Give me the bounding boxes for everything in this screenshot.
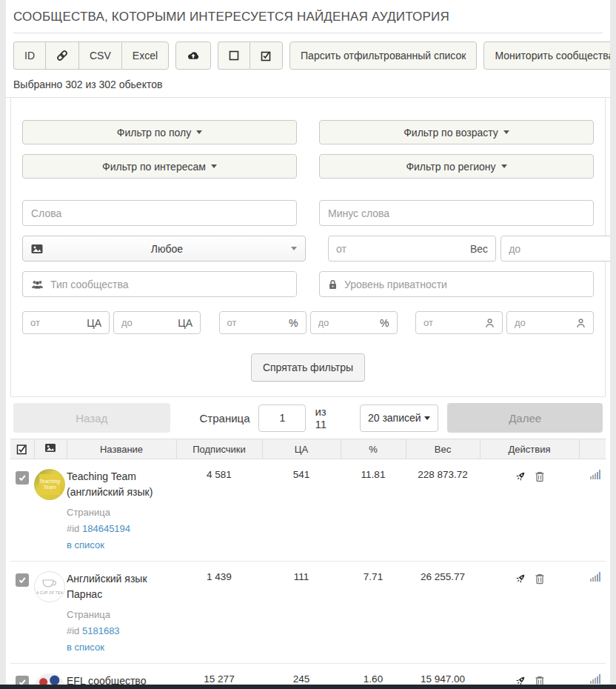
stats-bars-button[interactable] [590, 571, 603, 582]
promote-rocket-button[interactable] [515, 573, 526, 585]
main-panel: СООБЩЕСТВА, КОТОРЫМИ ИНТЕРЕСУЕТСЯ НАЙДЕН… [6, 0, 610, 689]
delete-trash-button[interactable] [535, 470, 545, 482]
percent-to-input[interactable] [318, 317, 381, 328]
chevron-down-icon [196, 130, 202, 134]
id-label: #id [67, 625, 79, 636]
image-icon [31, 244, 43, 254]
link-icon [56, 50, 68, 61]
header-ta: ЦА [262, 439, 341, 459]
parse-filtered-button[interactable]: Парсить отфильтрованный список [289, 41, 477, 70]
words-input[interactable] [22, 200, 297, 226]
select-all-button[interactable] [250, 41, 283, 70]
header-actions: Действия [480, 439, 579, 459]
cloud-save-button[interactable] [175, 41, 211, 70]
pagination-bar: Назад Страница из 11 20 записей Далее [10, 397, 606, 439]
header-weight: Вес [406, 439, 480, 459]
community-type: Страница [67, 507, 176, 518]
avatar-text: A CUP OF TEA [36, 591, 63, 595]
community-type: Страница [67, 609, 176, 620]
filter-age-dropdown[interactable]: Фильтр по возрасту [319, 120, 594, 144]
percent-from-field: % [219, 311, 307, 334]
image-icon [44, 443, 56, 453]
community-id-link[interactable]: 184645194 [82, 523, 130, 534]
subscribers-cell: 1 439 [176, 562, 262, 664]
weight-from-suffix: Вес [470, 243, 488, 255]
filter-region-dropdown[interactable]: Фильтр по региону [319, 154, 594, 179]
cloud-upload-icon [187, 50, 200, 61]
export-toolbar: ID CSV Excel Парсить отфильтрованный спи… [6, 33, 610, 74]
header-subscribers: Подписчики [176, 439, 262, 459]
table-header-row: Название Подписчики ЦА % Вес Действия [10, 439, 606, 459]
weight-to-input[interactable] [509, 243, 610, 255]
ta-from-input[interactable] [30, 317, 87, 328]
ta-range-pair: ЦА ЦА [22, 311, 201, 334]
community-type-input[interactable] [50, 272, 296, 296]
export-id-button[interactable]: ID [13, 41, 45, 70]
header-name: Название [67, 439, 176, 459]
members-range-pair [415, 311, 594, 334]
monitor-communities-button[interactable]: Мониторить сообщества [483, 41, 610, 70]
page-number-input[interactable] [258, 405, 306, 432]
weight-from-input[interactable] [336, 243, 470, 255]
filter-gender-label: Фильтр по полу [117, 127, 191, 139]
users-icon [23, 279, 50, 290]
lock-icon [320, 279, 344, 290]
per-page-select[interactable]: 20 записей [360, 405, 438, 432]
hide-filters-button[interactable]: Спрятать фильтры [251, 353, 365, 382]
row-checkbox[interactable] [16, 471, 29, 485]
delete-trash-button[interactable] [535, 573, 545, 585]
page-header: СООБЩЕСТВА, КОТОРЫМИ ИНТЕРЕСУЕТСЯ НАЙДЕН… [6, 0, 610, 33]
community-avatar[interactable]: Teaching Team [34, 469, 65, 500]
export-csv-button[interactable]: CSV [78, 41, 121, 70]
members-to-input[interactable] [515, 317, 576, 328]
percent-cell: 11.81 [341, 459, 406, 562]
filter-interests-label: Фильтр по интересам [102, 161, 206, 173]
header-percent: % [341, 439, 406, 459]
next-page-button[interactable]: Далее [447, 403, 603, 433]
promote-rocket-button[interactable] [515, 470, 526, 482]
export-button-group: ID CSV Excel [13, 41, 169, 70]
deselect-all-button[interactable] [218, 41, 250, 70]
row-checkbox[interactable] [16, 573, 29, 587]
stats-bars-button[interactable] [590, 469, 603, 479]
ta-cell: 541 [262, 459, 341, 562]
selection-status: Выбранно 302 из 302 обьектов [6, 74, 610, 98]
privacy-level-input[interactable] [344, 272, 593, 296]
add-to-list-link[interactable]: в список [67, 642, 104, 653]
stats-bars-button[interactable] [590, 673, 603, 684]
members-to-field [506, 311, 594, 334]
export-links-button[interactable] [45, 41, 78, 70]
checkbox-checked-icon [261, 50, 272, 61]
page-title: СООБЩЕСТВА, КОТОРЫМИ ИНТЕРЕСУЕТСЯ НАЙДЕН… [13, 10, 603, 24]
ta-to-suffix: ЦА [178, 317, 192, 329]
community-type-field [22, 271, 297, 297]
page-label: Страница [200, 412, 250, 425]
person-icon [485, 318, 495, 328]
minus-words-input[interactable] [319, 200, 594, 226]
community-id-link[interactable]: 5181683 [82, 625, 120, 636]
filter-gender-dropdown[interactable]: Фильтр по полу [22, 120, 297, 144]
per-page-value: 20 записей [368, 412, 421, 424]
weight-cell: 26 255.77 [406, 562, 480, 664]
filter-age-label: Фильтр по возрасту [404, 127, 498, 139]
ta-to-field: ЦА [113, 311, 201, 334]
ta-cell: 111 [262, 562, 341, 664]
members-from-input[interactable] [424, 317, 485, 328]
table-row: A CUP OF TEA Английский язык Парнас Стра… [10, 562, 606, 664]
chevron-down-icon [211, 164, 217, 168]
page-total-label: из 11 [315, 405, 338, 430]
export-excel-button[interactable]: Excel [121, 41, 169, 70]
filter-interests-dropdown[interactable]: Фильтр по интересам [22, 154, 297, 179]
prev-page-button[interactable]: Назад [13, 403, 170, 433]
add-to-list-link[interactable]: в список [67, 539, 104, 550]
ta-to-input[interactable] [121, 317, 178, 328]
community-avatar[interactable]: A CUP OF TEA [34, 571, 65, 602]
header-select-all[interactable] [10, 439, 34, 459]
header-stats [579, 439, 606, 459]
header-avatar [34, 439, 67, 459]
privacy-level-field [319, 271, 594, 297]
chevron-down-icon [424, 416, 430, 420]
avatar-type-select[interactable]: Любое [22, 236, 306, 262]
percent-from-input[interactable] [227, 317, 289, 328]
community-name: Teaching Team (английский язык) [67, 469, 176, 500]
